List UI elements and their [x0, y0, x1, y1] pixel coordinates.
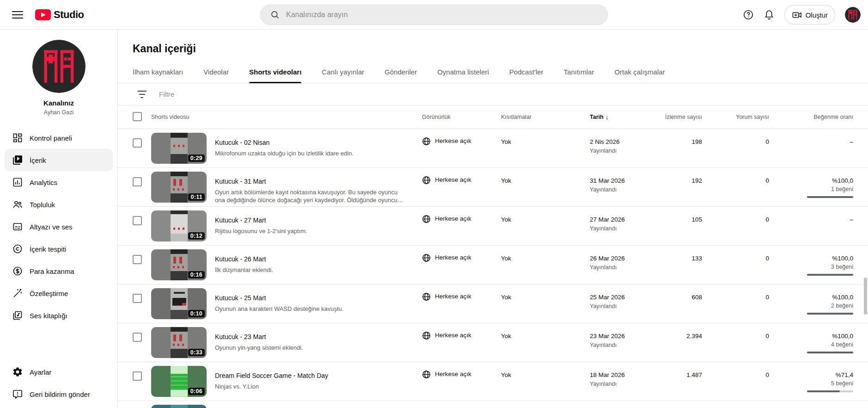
sidebar-item-analytics[interactable]: Analytics — [5, 171, 113, 193]
video-title[interactable]: Kutucuk - 27 Mart — [215, 216, 409, 224]
sidebar-item-label: Ayarlar — [30, 368, 51, 376]
create-button[interactable]: Oluştur — [784, 5, 835, 25]
account-avatar[interactable] — [845, 7, 861, 23]
sidebar-item-content[interactable]: İçerik — [5, 149, 113, 171]
video-title[interactable]: Kutucuk - 23 Mart — [215, 333, 409, 341]
like-ratio-value: %100,0 — [769, 177, 853, 184]
video-title[interactable]: Kutucuk - 31 Mart — [215, 177, 409, 185]
table-row[interactable]: 0:16 Kutucuk - 26 Mart İlk düşmanlar ekl… — [118, 246, 868, 284]
sidebar-item-dashboard[interactable]: Kontrol paneli — [5, 127, 113, 149]
video-title[interactable]: Kutucuk - 26 Mart — [215, 255, 409, 263]
tab[interactable]: İlham kaynakları — [133, 61, 183, 83]
sidebar-item-monetization[interactable]: Para kazanma — [5, 260, 113, 282]
views-count: 192 — [656, 168, 702, 206]
video-thumbnail[interactable]: 0:29 — [151, 133, 207, 164]
row-checkbox[interactable] — [133, 138, 142, 148]
search-bar[interactable] — [260, 5, 608, 25]
row-checkbox[interactable] — [133, 216, 142, 225]
sidebar-item-label: Altyazı ve ses — [30, 223, 73, 231]
sidebar-item-settings[interactable]: Ayarlar — [5, 361, 112, 383]
table-row[interactable]: 0:06 Dream Field Soccer Game - Match Day… — [118, 362, 868, 401]
video-duration: 0:33 — [188, 349, 205, 356]
table-row[interactable] — [118, 401, 868, 408]
tab-label: Podcast'ler — [509, 68, 544, 76]
menu-icon[interactable] — [12, 9, 23, 20]
filter-input[interactable] — [159, 90, 853, 98]
table-row[interactable]: 0:11 Kutucuk - 31 Mart Oyun artık bölüml… — [118, 168, 868, 207]
column-header-like-ratio[interactable]: Beğenme oranı — [769, 114, 853, 120]
column-header-restrictions[interactable]: Kısıtlamalar — [501, 114, 590, 120]
video-thumbnail[interactable] — [151, 405, 207, 408]
table-row[interactable]: 0:33 Kutucuk - 23 Mart Oyunun yin-yang s… — [118, 323, 868, 362]
tab-label: Shorts videoları — [249, 68, 301, 76]
filter-icon[interactable] — [137, 91, 147, 98]
tab[interactable]: Oynatma listeleri — [437, 61, 489, 83]
visibility-label: Herkese açık — [435, 176, 471, 183]
video-thumbnail[interactable]: 0:06 — [151, 366, 207, 397]
sidebar-item-audio-library[interactable]: Ses kitaplığı — [5, 304, 113, 327]
tab-label: Canlı yayınlar — [322, 68, 364, 76]
video-thumbnail[interactable]: 0:10 — [151, 288, 207, 319]
column-header-comments[interactable]: Yorum sayısı — [702, 114, 769, 120]
tab[interactable]: Shorts videoları — [249, 61, 301, 83]
vertical-scrollbar-thumb[interactable] — [864, 278, 867, 315]
publish-status: Yayınlandı — [590, 303, 656, 309]
search-input[interactable] — [286, 11, 607, 19]
column-header-views[interactable]: İzlenme sayısı — [656, 114, 702, 120]
publish-date: 25 Mar 2026 — [590, 294, 656, 301]
audio-library-icon — [12, 310, 23, 321]
views-count: 608 — [656, 284, 702, 323]
thumbnail-art — [171, 172, 188, 203]
youtube-studio-logo[interactable]: Studio — [35, 9, 84, 21]
publish-status: Yayınlandı — [590, 225, 656, 232]
table-row[interactable]: 0:10 Kutucuk - 25 Mart Oyunun ana karakt… — [118, 284, 868, 323]
tab[interactable]: Gönderiler — [385, 61, 417, 83]
channel-owner: Ayhan Gazi — [0, 109, 117, 116]
video-title[interactable]: Dream Field Soccer Game - Match Day — [215, 371, 409, 380]
globe-icon — [422, 331, 431, 340]
sidebar-item-copyright[interactable]: İçerik tespiti — [5, 238, 113, 260]
sidebar: Kanalınız Ayhan Gazi Kontrol paneli İçer… — [0, 30, 118, 408]
sidebar-item-send-feedback[interactable]: Geri bildirim gönder — [5, 383, 112, 405]
tab[interactable]: Podcast'ler — [509, 61, 544, 83]
video-thumbnail[interactable]: 0:11 — [151, 172, 207, 203]
community-icon — [12, 199, 23, 210]
table-row[interactable]: 0:29 Kutucuk - 02 Nisan Mikrofonum uzakt… — [118, 129, 868, 168]
table-row[interactable]: 0:12 Kutucuk - 27 Mart Rijitsu logosunu … — [118, 207, 868, 246]
channel-avatar[interactable] — [32, 40, 86, 93]
like-ratio-bar — [807, 390, 853, 392]
column-header-date[interactable]: Tarih↓ — [590, 113, 656, 121]
publish-date: 31 Mar 2026 — [590, 177, 656, 184]
video-thumbnail[interactable]: 0:16 — [151, 249, 207, 280]
tab-label: Oynatma listeleri — [437, 68, 489, 76]
comments-count: 0 — [702, 129, 769, 167]
tab[interactable]: Videolar — [203, 61, 229, 83]
column-header-visibility[interactable]: Görünürlük — [422, 114, 501, 120]
row-checkbox[interactable] — [133, 333, 142, 342]
sidebar-item-customization[interactable]: Özelleştirme — [5, 282, 113, 304]
tab[interactable]: Ortak çalışmalar — [614, 61, 665, 83]
tab[interactable]: Canlı yayınlar — [322, 61, 364, 83]
column-header-video[interactable]: Shorts videosu — [151, 114, 422, 120]
comments-count: 0 — [702, 284, 769, 323]
tab[interactable]: Tanıtımlar — [564, 61, 594, 83]
video-thumbnail[interactable]: 0:33 — [151, 327, 207, 358]
row-checkbox[interactable] — [133, 294, 142, 303]
like-ratio-value: – — [769, 138, 853, 145]
thumbnail-art — [171, 327, 188, 358]
video-title[interactable]: Kutucuk - 02 Nisan — [215, 138, 409, 147]
subtitles-icon — [12, 221, 23, 232]
sidebar-item-community[interactable]: Topluluk — [5, 193, 113, 216]
row-checkbox[interactable] — [133, 177, 142, 186]
sidebar-item-label: İçerik — [30, 156, 46, 164]
select-all-checkbox[interactable] — [133, 112, 142, 121]
video-thumbnail[interactable]: 0:12 — [151, 210, 207, 241]
video-description: Ninjas vs. Y.Lion — [215, 383, 409, 390]
sidebar-item-subtitles[interactable]: Altyazı ve ses — [5, 216, 113, 238]
video-title[interactable]: Kutucuk - 25 Mart — [215, 294, 409, 302]
help-icon[interactable] — [743, 9, 754, 20]
notifications-bell-icon[interactable] — [764, 9, 775, 20]
row-checkbox[interactable] — [133, 255, 142, 264]
row-checkbox[interactable] — [133, 371, 142, 381]
visibility-label: Herkese açık — [435, 371, 471, 377]
